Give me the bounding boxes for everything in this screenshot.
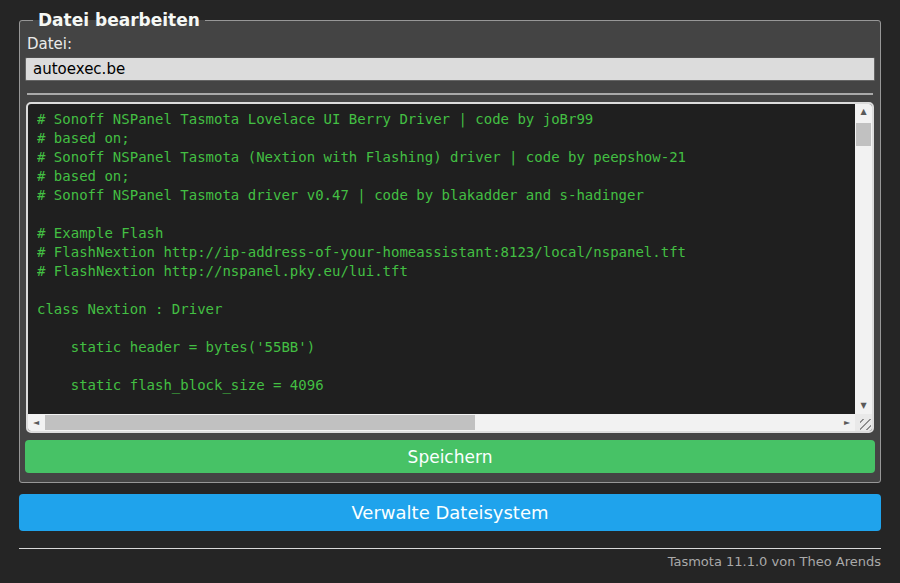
edit-file-panel: Datei bearbeiten Datei: # Sonoff NSPanel… xyxy=(19,10,881,483)
manage-filesystem-button[interactable]: Verwalte Dateisystem xyxy=(19,494,881,531)
panel-legend: Datei bearbeiten xyxy=(33,10,205,30)
scroll-right-button[interactable]: ► xyxy=(839,414,855,431)
footer-divider xyxy=(19,548,881,549)
scroll-down-icon: ▼ xyxy=(860,402,866,410)
scroll-left-icon: ◄ xyxy=(33,419,39,427)
file-name-input[interactable] xyxy=(25,57,875,81)
scroll-down-button[interactable]: ▼ xyxy=(855,398,872,414)
scrollbar-corner xyxy=(855,414,872,431)
resize-grip-icon[interactable] xyxy=(860,419,871,430)
scroll-up-button[interactable]: ▲ xyxy=(855,104,872,120)
editor-content[interactable]: # Sonoff NSPanel Tasmota Lovelace UI Ber… xyxy=(37,110,846,405)
footer-version-text: Tasmota 11.1.0 von Theo Arends xyxy=(19,554,881,569)
save-button[interactable]: Speichern xyxy=(25,440,875,473)
footer: Tasmota 11.1.0 von Theo Arends xyxy=(19,548,881,569)
horizontal-scrollbar[interactable]: ◄ ► xyxy=(28,414,855,431)
vertical-scrollbar-thumb[interactable] xyxy=(856,123,871,146)
page: Datei bearbeiten Datei: # Sonoff NSPanel… xyxy=(0,0,900,569)
vertical-scrollbar[interactable]: ▲ ▼ xyxy=(855,104,872,414)
panel-legend-text: Datei bearbeiten xyxy=(38,10,200,30)
scroll-up-icon: ▲ xyxy=(860,108,866,116)
file-label: Datei: xyxy=(27,35,875,53)
scroll-right-icon: ► xyxy=(844,419,850,427)
file-editor-textarea[interactable]: # Sonoff NSPanel Tasmota Lovelace UI Ber… xyxy=(26,102,874,433)
horizontal-scrollbar-thumb[interactable] xyxy=(45,415,475,430)
scroll-left-button[interactable]: ◄ xyxy=(28,414,44,431)
separator-line xyxy=(27,93,873,95)
